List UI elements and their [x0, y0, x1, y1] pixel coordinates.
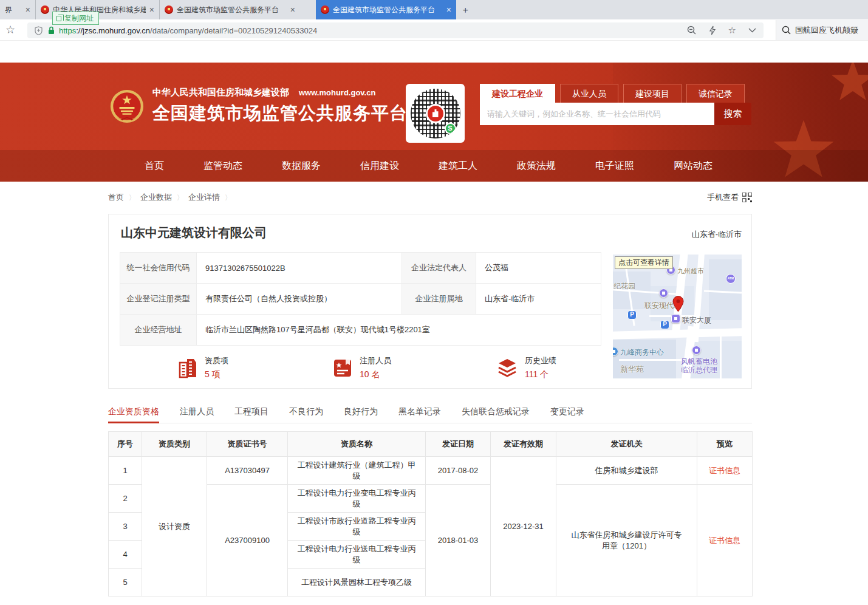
business-address-value: 临沂市兰山区陶然路107号星河晶都（联安）现代城1号楼2201室	[197, 315, 601, 346]
cell-name: 工程设计市政行业道路工程专业丙级	[288, 513, 426, 541]
cell-name: 工程设计电力行业变电工程专业丙级	[288, 485, 426, 513]
map-label-lianan-tower: 联安大厦	[682, 315, 711, 326]
cell-issue-date: 2018-01-03	[426, 485, 491, 596]
tab-change-records[interactable]: 变更记录	[550, 402, 584, 423]
copy-url-tooltip: 复制网址	[52, 12, 99, 25]
search-tab-project[interactable]: 建设项目	[623, 84, 682, 103]
col-header-name: 资质名称	[288, 432, 426, 457]
quick-search-text: 国航回应飞机颠簸	[795, 25, 858, 36]
tab-qualifications[interactable]: 企业资质资格	[108, 402, 159, 423]
company-region: 山东省-临沂市	[692, 229, 742, 240]
search-tab-personnel[interactable]: 从业人员	[560, 84, 618, 103]
tab-bad-behavior[interactable]: 不良行为	[289, 402, 323, 423]
lightning-icon[interactable]	[709, 26, 716, 35]
cell-no: 3	[109, 513, 142, 541]
map-label-business-center: 九峰商务中心	[620, 347, 664, 358]
table-header-row: 序号 资质类别 资质证书号 资质名称 发证日期 发证有效期 发证机关 预览	[109, 432, 753, 457]
nav-item-data-service[interactable]: 数据服务	[282, 150, 321, 182]
new-tab-button[interactable]: ＋	[456, 0, 474, 19]
ministry-url: www.mohurd.gov.cn	[299, 88, 375, 97]
tab-registered-personnel[interactable]: 注册人员	[180, 402, 214, 423]
stat-history-performance[interactable]: 历史业绩 111 个	[496, 355, 556, 380]
nav-item-site-news[interactable]: 网站动态	[674, 150, 713, 182]
browser-toolbar: ☆ https ://jzsc.mohurd.gov.cn /data/comp…	[0, 19, 868, 41]
quick-search-box[interactable]: 国航回应飞机颠簸	[776, 20, 868, 40]
close-icon[interactable]: ×	[446, 5, 451, 14]
location-map[interactable]: 点击可查看详情 九州超市 ATM 纪花园 联安现代城 联安大厦 P P 九峰商务…	[613, 255, 742, 378]
site-favicon	[321, 5, 329, 14]
cell-no: 4	[109, 541, 142, 569]
site-search-input[interactable]	[480, 103, 714, 125]
shield-icon	[35, 26, 43, 35]
col-header-authority: 发证机关	[556, 432, 697, 457]
breadcrumb-company-data[interactable]: 企业数据	[140, 192, 172, 203]
search-tab-credit[interactable]: 诚信记录	[686, 84, 745, 103]
breadcrumb-separator: 〉	[225, 193, 231, 202]
browser-tab-3[interactable]: 全国建筑市场监管公共服务平台 ×	[159, 0, 300, 19]
nav-item-home[interactable]: 首页	[145, 150, 164, 182]
browser-tab-active[interactable]: 全国建筑市场监管公共服务平台 ×	[316, 0, 456, 19]
chevron-down-icon[interactable]	[748, 28, 756, 33]
nav-item-e-license[interactable]: 电子证照	[595, 150, 634, 182]
col-header-issue-date: 发证日期	[426, 432, 491, 457]
close-icon[interactable]: ×	[26, 5, 30, 14]
breadcrumb-home[interactable]: 首页	[108, 192, 124, 203]
cell-issue-date: 2017-08-02	[426, 457, 491, 485]
cell-authority: 住房和城乡建设部	[556, 457, 697, 485]
search-tab-enterprise[interactable]: 建设工程企业	[480, 84, 555, 103]
field-label: 企业注册属地	[402, 284, 476, 315]
bookmark-star-icon[interactable]: ☆	[5, 23, 15, 36]
tab-good-behavior[interactable]: 良好行为	[344, 402, 378, 423]
map-label-garden: 纪花园	[613, 281, 635, 292]
close-icon[interactable]: ×	[149, 5, 154, 14]
atm-marker-icon: ATM	[726, 274, 736, 284]
address-bar[interactable]: https ://jzsc.mohurd.gov.cn /data/compan…	[27, 22, 764, 38]
browser-window: 界 × 中华人民共和国住房和城乡建设 × 全国建筑市场监管公共服务平台 × 全国…	[0, 0, 868, 605]
wechat-qr-code	[406, 84, 465, 143]
browser-tab-1[interactable]: 界 ×	[0, 0, 35, 19]
site-title: 全国建筑市场监管公共服务平台	[152, 101, 408, 126]
cell-validity: 2023-12-31	[491, 457, 556, 596]
id-book-icon	[332, 358, 353, 378]
credit-code-value: 91371302675501022B	[197, 253, 402, 284]
residence-marker-icon	[659, 289, 668, 298]
nav-item-policy[interactable]: 政策法规	[517, 150, 556, 182]
tab-projects[interactable]: 工程项目	[234, 402, 268, 423]
tab-title: 全国建筑市场监管公共服务平台	[177, 5, 287, 15]
stat-value: 10 名	[360, 369, 391, 380]
mobile-view-label[interactable]: 手机查看	[707, 192, 739, 203]
nav-item-workers[interactable]: 建筑工人	[439, 150, 477, 182]
nav-item-credit[interactable]: 信用建设	[360, 150, 399, 182]
parking-marker-icon: P	[660, 320, 669, 329]
col-header-preview: 预览	[697, 432, 753, 457]
stat-qualifications[interactable]: 资质项 5 项	[177, 355, 228, 380]
close-icon[interactable]: ×	[290, 5, 295, 14]
tab-dishonesty-records[interactable]: 失信联合惩戒记录	[462, 402, 530, 423]
url-path: /data/company/detail?id=0021052912405330…	[150, 26, 317, 35]
search-button[interactable]: 搜索	[714, 103, 751, 125]
ministry-name: 中华人民共和国住房和城乡建设部	[152, 87, 289, 98]
company-location-pin	[672, 296, 684, 312]
main-nav: 首页 监管动态 数据服务 信用建设 建筑工人 政策法规 电子证照 网站动态	[0, 150, 868, 182]
company-card: 山东中元建筑设计有限公司 山东省-临沂市 统一社会信用代码 9137130267…	[108, 214, 752, 389]
legal-person-value: 公茂福	[476, 253, 601, 284]
tab-blacklist[interactable]: 黑名单记录	[398, 402, 441, 423]
certificate-info-link[interactable]: 证书信息	[709, 536, 740, 545]
site-header: 中华人民共和国住房和城乡建设部 www.mohurd.gov.cn 全国建筑市场…	[0, 63, 868, 182]
qr-code-icon[interactable]	[742, 193, 752, 202]
wechat-icon	[445, 123, 456, 134]
qr-center-logo	[426, 104, 445, 123]
favorite-star-icon[interactable]: ☆	[728, 25, 736, 36]
certificate-info-link[interactable]: 证书信息	[709, 466, 740, 475]
stat-label: 资质项	[205, 355, 228, 366]
registration-type-value: 有限责任公司（自然人投资或控股）	[197, 284, 402, 315]
field-label: 企业经营地址	[120, 315, 197, 346]
zoom-out-icon[interactable]	[687, 26, 697, 35]
layers-icon	[496, 358, 518, 378]
breadcrumb-company-detail[interactable]: 企业详情	[188, 192, 220, 203]
cell-name: 工程设计建筑行业（建筑工程）甲级	[288, 457, 426, 485]
stat-registered-personnel[interactable]: 注册人员 10 名	[332, 355, 391, 380]
nav-item-supervision[interactable]: 监管动态	[203, 150, 242, 182]
site-favicon	[165, 5, 173, 14]
cell-category: 设计资质	[142, 457, 207, 596]
